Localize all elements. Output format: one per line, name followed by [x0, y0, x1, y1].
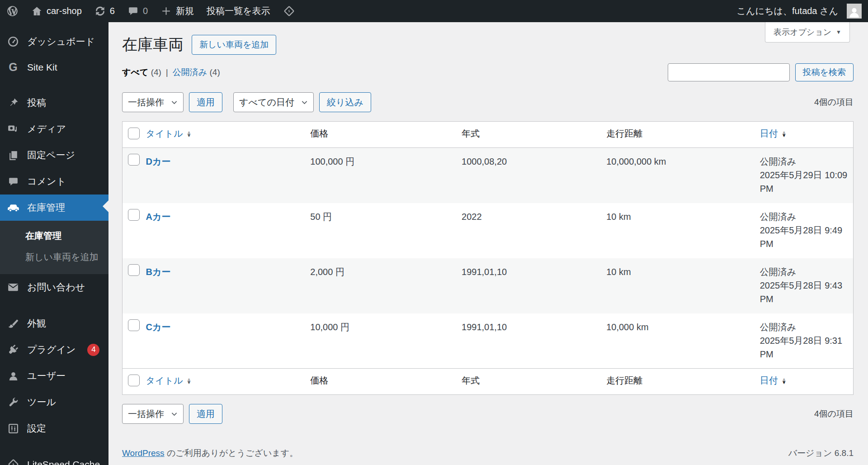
price-header: 価格	[310, 122, 462, 148]
sidebar-item-users[interactable]: ユーザー	[0, 363, 108, 389]
price-header: 価格	[310, 369, 462, 395]
view-posts-menu[interactable]: 投稿一覧を表示	[200, 0, 276, 22]
view-posts-label: 投稿一覧を表示	[207, 5, 270, 17]
sidebar-item-label: ダッシュボード	[27, 35, 95, 48]
row-checkbox[interactable]	[128, 319, 140, 331]
price-cell: 2,000 円	[310, 258, 462, 313]
sidebar-item-appearance[interactable]: 外観	[0, 310, 108, 337]
publish-date: 2025年5月28日 9:49	[760, 223, 849, 237]
wordpress-link[interactable]: WordPress	[122, 448, 165, 458]
admin-bar-right: こんにちは、futada さん	[731, 0, 868, 22]
sort-by-date-header[interactable]: 日付▲▼	[760, 375, 787, 387]
comments-count: 0	[143, 6, 148, 16]
apply-button[interactable]: 適用	[189, 92, 222, 112]
sort-by-date-header[interactable]: 日付▲▼	[760, 128, 787, 140]
sidebar-item-tools[interactable]: ツール	[0, 389, 108, 415]
site-name-label: car-shop	[47, 6, 82, 16]
sidebar-item-settings[interactable]: 設定	[0, 415, 108, 441]
sidebar-item-label: 固定ページ	[27, 149, 75, 161]
bulk-action-select[interactable]: 一括操作	[122, 92, 184, 112]
sidebar-item-label: ツール	[27, 396, 56, 408]
sidebar-item-label: 設定	[27, 422, 46, 435]
plus-icon	[160, 5, 172, 17]
wrench-icon	[6, 397, 20, 408]
new-content-label: 新規	[176, 5, 194, 17]
mileage-cell: 10,000,000 km	[606, 148, 760, 203]
date-cell: 公開済み 2025年5月28日 9:49 PM	[760, 203, 854, 258]
admin-bar-left: car-shop 6 0 新規 投稿一覧を表示	[0, 0, 302, 22]
sidebar-item-posts[interactable]: 投稿	[0, 90, 108, 116]
submenu-item-inventory-list[interactable]: 在庫管理	[0, 225, 108, 247]
sidebar-item-pages[interactable]: 固定ページ	[0, 142, 108, 168]
envelope-icon	[6, 281, 20, 293]
google-g-icon: G	[6, 62, 20, 73]
title-row: 在庫車両 新しい車両を追加	[122, 22, 854, 55]
litespeed-menu[interactable]	[277, 0, 302, 22]
row-checkbox[interactable]	[128, 154, 140, 166]
date-cell: 公開済み 2025年5月29日 10:09 PM	[760, 148, 854, 203]
date-cell: 公開済み 2025年5月28日 9:31 PM	[760, 313, 854, 369]
sidebar-item-media[interactable]: メディア	[0, 116, 108, 142]
row-checkbox[interactable]	[128, 209, 140, 221]
table-nav-bottom: 一括操作 適用 4個の項目	[122, 404, 854, 424]
date-filter-select-wrap: すべての日付	[233, 92, 314, 112]
sidebar-item-dashboard[interactable]: ダッシュボード	[0, 28, 108, 55]
sidebar-item-litespeed[interactable]: LiteSpeed Cache	[0, 451, 108, 465]
updates-menu[interactable]: 6	[88, 0, 121, 22]
filter-all[interactable]: すべて (4)	[122, 66, 161, 78]
wp-logo-button[interactable]	[0, 0, 25, 22]
admin-sidebar: ダッシュボード G Site Kit 投稿 メディア 固定ページ	[0, 22, 108, 465]
publish-status: 公開済み	[760, 155, 849, 168]
submenu-item-add-vehicle[interactable]: 新しい車両を追加	[0, 247, 108, 268]
vehicle-title-link[interactable]: Aカー	[146, 212, 171, 222]
filter-published[interactable]: 公開済み (4)	[173, 66, 220, 78]
page-title: 在庫車両	[122, 34, 184, 55]
pushpin-icon	[6, 97, 20, 109]
sidebar-item-comments[interactable]: コメント	[0, 168, 108, 195]
publish-status: 公開済み	[760, 265, 849, 279]
sort-by-title-header[interactable]: タイトル▲▼	[146, 128, 192, 140]
year-cell: 1000,08,20	[462, 148, 606, 203]
plugin-icon	[6, 344, 20, 356]
my-account-menu[interactable]: こんにちは、futada さん	[731, 0, 868, 22]
sidebar-item-label: Site Kit	[27, 62, 57, 73]
sort-by-title-header[interactable]: タイトル▲▼	[146, 375, 192, 387]
add-new-vehicle-button[interactable]: 新しい車両を追加	[192, 35, 276, 55]
sidebar-item-plugins[interactable]: プラグイン 4	[0, 337, 108, 363]
year-cell: 1991,01,10	[462, 313, 606, 369]
year-header: 年式	[462, 369, 606, 395]
site-name-menu[interactable]: car-shop	[25, 0, 88, 22]
apply-button-bottom[interactable]: 適用	[189, 404, 222, 424]
bulk-action-select-bottom[interactable]: 一括操作	[122, 404, 184, 424]
vehicle-title-link[interactable]: Bカー	[146, 267, 171, 277]
price-cell: 50 円	[310, 203, 462, 258]
sidebar-item-inventory[interactable]: 在庫管理 在庫管理 新しい車両を追加	[0, 195, 108, 274]
vehicle-title-link[interactable]: Cカー	[146, 322, 171, 332]
sort-arrows-icon: ▲▼	[186, 131, 191, 137]
filter-button[interactable]: 絞り込み	[319, 92, 371, 112]
mileage-cell: 10,000 km	[606, 313, 760, 369]
sidebar-item-sitekit[interactable]: G Site Kit	[0, 55, 108, 80]
publish-date-meridiem: PM	[760, 182, 849, 195]
litespeed-icon	[6, 458, 20, 465]
date-filter-select[interactable]: すべての日付	[233, 92, 314, 112]
sidebar-item-contact[interactable]: お問い合わせ	[0, 274, 108, 300]
table-row: Aカー 50 円 2022 10 km 公開済み 2025年5月28日 9:49…	[123, 203, 854, 258]
vehicle-title-link[interactable]: Dカー	[146, 157, 171, 166]
row-checkbox[interactable]	[128, 264, 140, 276]
select-all-checkbox[interactable]	[128, 128, 140, 139]
table-row: Cカー 10,000 円 1991,01,10 10,000 km 公開済み 2…	[123, 313, 854, 369]
search-input[interactable]	[668, 63, 790, 81]
new-content-menu[interactable]: 新規	[154, 0, 200, 22]
vehicles-table: タイトル▲▼ 価格 年式 走行距離 日付▲▼ Dカー 100,000 円 100…	[122, 121, 854, 395]
table-header-row: タイトル▲▼ 価格 年式 走行距離 日付▲▼	[123, 122, 854, 148]
comments-menu[interactable]: 0	[121, 0, 154, 22]
select-all-checkbox[interactable]	[128, 375, 140, 386]
settings-icon	[6, 423, 20, 434]
search-button[interactable]: 投稿を検索	[795, 63, 854, 81]
sidebar-item-label: ユーザー	[27, 370, 66, 382]
screen-options-tab[interactable]: 表示オプション ▼	[765, 22, 850, 43]
table-row: Dカー 100,000 円 1000,08,20 10,000,000 km 公…	[123, 148, 854, 203]
comment-icon	[6, 176, 20, 187]
status-filter-links: すべて (4) | 公開済み (4)	[122, 66, 220, 78]
